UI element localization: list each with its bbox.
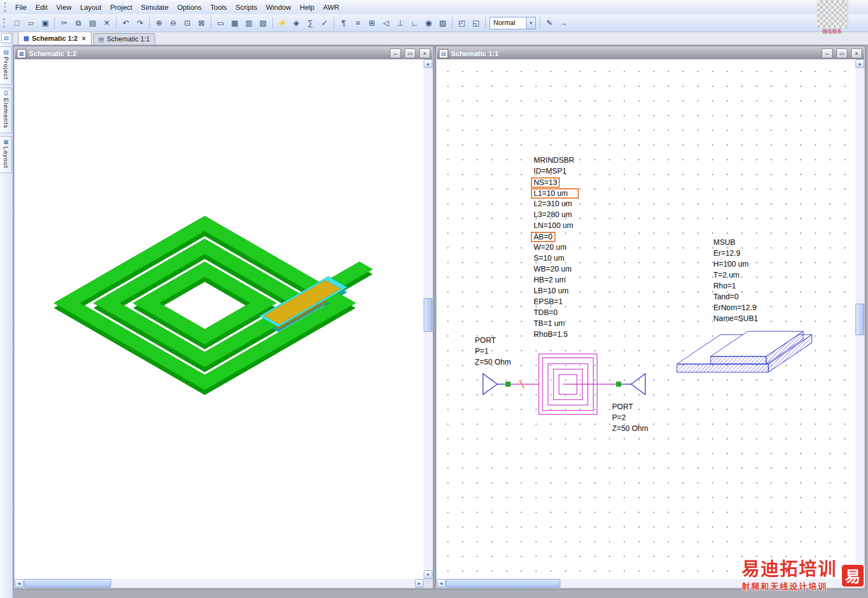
msub-symbol[interactable]: [677, 331, 812, 372]
tab-schematic-1-2[interactable]: ▦ Schematic 1:2 ×: [18, 32, 91, 45]
dropdown-arrow-icon[interactable]: ▼: [526, 17, 535, 29]
minimize-button[interactable]: –: [822, 48, 833, 58]
copy-icon[interactable]: ⧉: [71, 16, 85, 30]
menu-window[interactable]: Window: [261, 2, 295, 13]
awr-design-environment: { "menu": {"items": ["File","Edit","View…: [0, 0, 868, 598]
close-button[interactable]: ×: [851, 48, 862, 58]
add-ground-icon[interactable]: ⊥: [393, 16, 407, 30]
scroll-down-icon[interactable]: ▼: [424, 570, 432, 579]
cascade-windows-icon[interactable]: ◱: [469, 16, 483, 30]
port2-params[interactable]: PORTP=2Z=50 Ohm: [612, 402, 649, 435]
zoom-area-icon[interactable]: ⊡: [180, 16, 194, 30]
schematic-text: S=10 um: [534, 254, 564, 262]
menu-awr[interactable]: AWR: [319, 2, 344, 13]
menu-view[interactable]: View: [52, 2, 76, 13]
mrindsbr-symbol[interactable]: [539, 354, 598, 415]
close-button[interactable]: ×: [419, 48, 430, 58]
port1-symbol[interactable]: [483, 374, 506, 394]
schematic-text: W=20 um: [534, 243, 566, 251]
scroll-thumb[interactable]: [446, 579, 560, 588]
toolbar-grip[interactable]: [3, 18, 7, 28]
scroll-thumb[interactable]: [855, 304, 864, 335]
sidebar-item-project[interactable]: ▤Project: [1, 46, 12, 85]
port1-params[interactable]: PORTP=1Z=50 Ohm: [475, 336, 511, 368]
menu-file[interactable]: File: [11, 2, 31, 13]
zoom-level-select[interactable]: Normal▼: [490, 17, 536, 29]
layout-canvas[interactable]: [15, 59, 424, 579]
add-wire-icon[interactable]: ∟: [407, 16, 421, 30]
tab-close-icon[interactable]: ×: [82, 35, 85, 42]
pin[interactable]: [616, 382, 621, 386]
properties-icon[interactable]: ▧: [256, 16, 270, 30]
menu-tools[interactable]: Tools: [206, 2, 231, 13]
pin[interactable]: [506, 382, 510, 386]
simulate-icon[interactable]: ⚡: [275, 16, 289, 30]
tune-icon[interactable]: ◈: [289, 16, 303, 30]
minimize-button[interactable]: –: [390, 48, 401, 58]
layout-window-icon: ▦: [17, 49, 26, 58]
horizontal-scrollbar[interactable]: ◄ ►: [15, 579, 424, 588]
annotate-icon[interactable]: →: [557, 16, 571, 30]
schematic-text: Rho=1: [713, 281, 736, 290]
menu-layout[interactable]: Layout: [76, 2, 106, 13]
zoom-in-icon[interactable]: ⊕: [152, 16, 166, 30]
delete-icon[interactable]: ✕: [100, 16, 114, 30]
view-all-icon[interactable]: ⊠: [194, 16, 209, 30]
port2-symbol[interactable]: [621, 374, 645, 394]
sidebar-item-layout[interactable]: ▦Layout: [1, 136, 12, 174]
menu-options[interactable]: Options: [173, 2, 206, 13]
sidebar-pin-icon[interactable]: ▤: [1, 33, 11, 43]
schematic-text: PORT: [612, 402, 633, 411]
schematic-window-titlebar[interactable]: ▤ Schematic 1:1 – ▭ ×: [437, 47, 864, 59]
cut-icon[interactable]: ✂: [57, 16, 71, 30]
undo-icon[interactable]: ↶: [119, 16, 133, 30]
maximize-button[interactable]: ▭: [405, 48, 415, 58]
scroll-thumb[interactable]: [24, 579, 111, 588]
menubar-grip[interactable]: [4, 2, 8, 12]
paste-icon[interactable]: ▤: [85, 16, 100, 30]
redo-icon[interactable]: ↷: [133, 16, 147, 30]
menu-edit[interactable]: Edit: [31, 2, 52, 13]
new-window-icon[interactable]: ◰: [455, 16, 469, 30]
layers-icon[interactable]: ▥: [242, 16, 256, 30]
zoom-out-icon[interactable]: ⊖: [166, 16, 180, 30]
add-graph-icon[interactable]: ▨: [436, 16, 450, 30]
add-subcircuit-icon[interactable]: ⊞: [365, 16, 379, 30]
menu-scripts[interactable]: Scripts: [231, 2, 262, 13]
scroll-left-icon[interactable]: ◄: [15, 579, 23, 588]
mrindsbr-params[interactable]: MRINDSBRID=MSP1NS=13L1=10 umL2=310 umL3=…: [534, 156, 579, 341]
grid-icon[interactable]: ▦: [228, 16, 242, 30]
scroll-left-icon[interactable]: ◄: [437, 579, 445, 588]
measurement-icon[interactable]: ◉: [421, 16, 436, 30]
schematic-text: MSUB: [713, 238, 735, 246]
text-note-icon[interactable]: ¶: [337, 16, 351, 30]
msub-params[interactable]: MSUBEr=12.9H=100 umT=2 umRho=1Tand=0ErNo…: [713, 238, 758, 325]
tab-schematic-1-1[interactable]: ▤ Schematic 1:1: [93, 33, 156, 45]
schematic-text: L2=310 um: [534, 199, 572, 208]
vertical-scrollbar[interactable]: ▲ ▼: [855, 59, 864, 579]
menu-project[interactable]: Project: [106, 2, 136, 13]
save-project-icon[interactable]: ▣: [38, 16, 52, 30]
edit-element-icon[interactable]: ✎: [542, 16, 557, 30]
new-document-icon[interactable]: □: [10, 16, 24, 30]
tab-label: Schematic 1:2: [32, 35, 77, 42]
scroll-right-icon[interactable]: ►: [415, 579, 424, 588]
ruler-icon[interactable]: ▭: [213, 16, 228, 30]
scroll-thumb[interactable]: [424, 298, 432, 332]
menu-simulate[interactable]: Simulate: [137, 2, 173, 13]
validate-icon[interactable]: ✓: [317, 16, 332, 30]
open-project-icon[interactable]: ▱: [24, 16, 38, 30]
list-view-icon[interactable]: ≡: [351, 16, 365, 30]
menu-help[interactable]: Help: [296, 2, 319, 13]
layout-window-titlebar[interactable]: ▦ Schematic 1:2 – ▭ ×: [15, 47, 432, 59]
scroll-up-icon[interactable]: ▲: [855, 59, 864, 68]
scroll-up-icon[interactable]: ▲: [424, 59, 432, 68]
schematic-text: Tand=0: [713, 292, 738, 301]
vertical-scrollbar[interactable]: ▲ ▼: [424, 59, 432, 579]
spiral-inductor-3d-view[interactable]: [15, 59, 424, 578]
schematic-canvas[interactable]: MRINDSBRID=MSP1NS=13L1=10 umL2=310 umL3=…: [437, 59, 855, 579]
maximize-button[interactable]: ▭: [836, 48, 847, 58]
add-port-icon[interactable]: ◁: [379, 16, 393, 30]
equation-icon[interactable]: ∑: [303, 16, 317, 30]
sidebar-item-elements[interactable]: ΩElements: [1, 88, 12, 133]
